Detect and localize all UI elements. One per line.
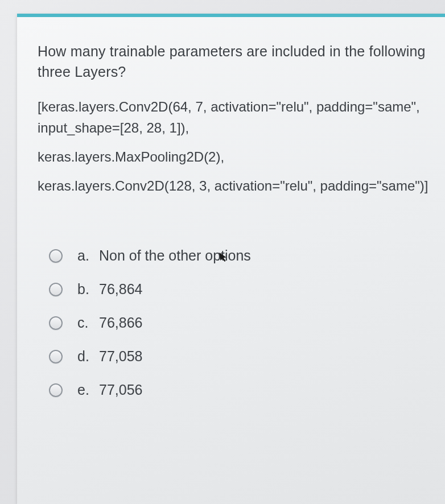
option-d[interactable]: d. 77,058 — [49, 348, 432, 365]
option-e[interactable]: e. 77,056 — [49, 382, 432, 398]
code-line: keras.layers.MaxPooling2D(2), — [38, 146, 432, 167]
question-prompt: How many trainable parameters are includ… — [38, 41, 432, 82]
option-text: 77,058 — [99, 348, 142, 365]
question-card: How many trainable parameters are includ… — [17, 14, 445, 504]
radio-button[interactable] — [49, 283, 63, 296]
code-line: keras.layers.Conv2D(128, 3, activation="… — [38, 175, 432, 196]
option-text: 76,864 — [99, 281, 142, 298]
radio-button[interactable] — [49, 249, 63, 263]
option-text: 77,056 — [99, 382, 142, 398]
option-letter: d. — [77, 348, 99, 365]
radio-button[interactable] — [49, 383, 63, 397]
code-block: [keras.layers.Conv2D(64, 7, activation="… — [38, 96, 432, 197]
code-line: [keras.layers.Conv2D(64, 7, activation="… — [38, 96, 432, 138]
options-list: a. Non of the other options b. 76,864 c.… — [38, 247, 432, 398]
option-c[interactable]: c. 76,866 — [49, 315, 432, 331]
option-b[interactable]: b. 76,864 — [49, 281, 432, 298]
option-letter: c. — [77, 315, 99, 331]
page: How many trainable parameters are includ… — [0, 0, 445, 504]
option-letter: e. — [77, 382, 99, 398]
option-letter: a. — [77, 247, 99, 264]
option-letter: b. — [77, 281, 99, 298]
option-a[interactable]: a. Non of the other options — [49, 247, 432, 264]
radio-button[interactable] — [49, 316, 63, 330]
option-text: 76,866 — [99, 315, 142, 331]
option-text: Non of the other options — [99, 247, 251, 264]
radio-button[interactable] — [49, 350, 63, 363]
